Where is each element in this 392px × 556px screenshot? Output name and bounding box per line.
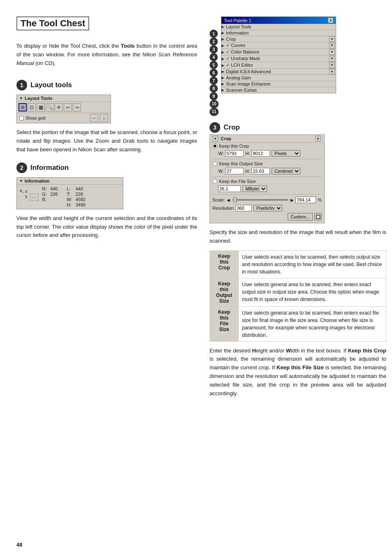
- tool-btn-select[interactable]: ⊡: [28, 103, 36, 111]
- w-value: 4582: [76, 197, 85, 202]
- tp-arrow-layout: ▶: [221, 25, 224, 29]
- num-indicator-5: 5: [210, 61, 219, 69]
- ktfs-key: Keep this File Size: [210, 306, 239, 341]
- tool-btn-zoom[interactable]: 🔍: [46, 103, 54, 111]
- crop-radio1-row: Keep this Crop: [210, 143, 324, 149]
- num-indicator-6: 6: [210, 69, 219, 76]
- crop-filesize-input[interactable]: [218, 185, 241, 192]
- section1-body: Select the portion of the image that wil…: [16, 128, 197, 154]
- crop-radio2[interactable]: [212, 161, 217, 166]
- tp-row-colorbal[interactable]: ▶ ✓ Color Balance ▼: [221, 49, 336, 56]
- tp-row-lch[interactable]: ▶ ✓ LCH Editor ▼: [221, 62, 336, 69]
- scale-min-icon: ◀: [227, 198, 230, 202]
- tool-btn-crosshair[interactable]: ✛: [55, 103, 63, 111]
- tp-row-crop[interactable]: ▶ Crop ▼: [221, 36, 336, 42]
- table-row-ktfs: Keep this File Size User selects general…: [210, 306, 386, 341]
- tp-row-extras[interactable]: ▶ Scanner Extras: [221, 87, 336, 93]
- tp-row-dice[interactable]: ▶ Digital ICE4 Advanced ▼: [221, 69, 336, 75]
- custom-btn-row: Custom... 🔲: [210, 212, 324, 221]
- resolution-row: Resolution Pixels/Inch Pixels/cm: [210, 204, 324, 212]
- table-row-ktos: Keep this Output Size User selects gener…: [210, 278, 386, 306]
- tp-label-extras: Scanner Extras: [226, 87, 336, 93]
- tp-dropdown-dice[interactable]: ▼: [329, 69, 335, 74]
- selection-icon: ···: [30, 186, 40, 207]
- num-indicator-2: 2: [210, 37, 219, 45]
- crop-panel-title: Crop: [221, 136, 231, 141]
- tp-dropdown-unsharp[interactable]: ▼: [329, 56, 335, 62]
- crop-fileunit-select[interactable]: MBytes KBytes: [242, 185, 267, 192]
- tool-btn-image[interactable]: ⊞: [18, 103, 27, 111]
- tp-arrow-colorbal: ▶: [221, 50, 224, 54]
- crop-divider-3: [212, 194, 322, 195]
- tp-label-layout: Layout Tools: [226, 24, 336, 30]
- h-value: 3490: [76, 202, 85, 207]
- num-indicator-8: 8: [210, 84, 219, 92]
- tool-btn-grid[interactable]: ▦: [37, 103, 45, 111]
- ktfs-desc: User selects general area to be scanned,…: [239, 306, 386, 341]
- crop-unit1-select[interactable]: Pixels Centimeters Inches: [272, 150, 300, 157]
- crop-panel-header: ▼ Crop ▼: [210, 135, 324, 143]
- arrow-vert-btn[interactable]: ↕: [100, 114, 108, 122]
- selection-box-icon: ···: [30, 194, 38, 201]
- crop-w1-input[interactable]: [225, 150, 244, 157]
- info-panel-body: ↖ x y ··· R: G: B:: [17, 185, 123, 209]
- resolution-unit-select[interactable]: Pixels/Inch Pixels/cm: [254, 205, 282, 211]
- crop-wh1-row: W: H: Pixels Centimeters Inches: [210, 149, 324, 158]
- crop-filesize-row: MBytes KBytes: [210, 185, 324, 193]
- scale-value-input[interactable]: [295, 197, 316, 203]
- w-label-2: W:: [218, 169, 224, 174]
- crop-h1-input[interactable]: [251, 150, 270, 157]
- num-indicator-9: 9: [210, 92, 219, 100]
- tp-arrow-analog: ▶: [221, 76, 224, 80]
- g-label: G:: [42, 192, 47, 197]
- tp-title-bar: Tool Palette 1 ✕: [221, 17, 336, 24]
- layout-tools-header: ▼ Layout Tools: [17, 95, 111, 102]
- tp-dropdown-lch[interactable]: ▼: [329, 63, 335, 68]
- crop-radio3[interactable]: [212, 179, 217, 184]
- show-grid-checkbox[interactable]: [19, 116, 24, 120]
- tp-numbers: 1 2 3 4 5 6: [210, 21, 219, 116]
- tool-btn-undo[interactable]: ↩: [64, 103, 72, 111]
- specify-text: Specify the size and resolution of the i…: [210, 228, 386, 246]
- crop-w2-input[interactable]: [225, 168, 244, 174]
- crop-h2-input[interactable]: [251, 168, 270, 174]
- scale-track[interactable]: [233, 199, 288, 201]
- tp-close-btn[interactable]: ✕: [328, 18, 333, 23]
- tp-dropdown-curves[interactable]: ▼: [329, 43, 335, 49]
- tp-dropdown-crop[interactable]: ▼: [329, 36, 335, 42]
- t-label: T:: [67, 192, 72, 197]
- tp-row-layout[interactable]: ▶ Layout Tools: [221, 24, 336, 30]
- custom-icon-btn[interactable]: 🔲: [314, 213, 322, 220]
- ktc-desc: User selects exact area to be scanned, t…: [239, 250, 386, 278]
- section2-header: 2 Information: [16, 162, 197, 173]
- info-panel-header: ▼ Information: [17, 178, 123, 185]
- tp-dropdown-colorbal[interactable]: ▼: [329, 49, 335, 55]
- custom-btn[interactable]: Custom...: [288, 213, 313, 220]
- crop-radio1[interactable]: [212, 144, 217, 148]
- crop-wh2-row: W: H: Centimeters Pixels Inches: [210, 167, 324, 175]
- tool-btn-redo[interactable]: ↪: [73, 103, 81, 111]
- tp-row-unsharp[interactable]: ▶ ✓ Unsharp Mask ▼: [221, 56, 336, 62]
- tp-row-curves[interactable]: ▶ ✓ Curves ▼: [221, 42, 336, 49]
- tp-arrow-extras: ▶: [221, 88, 224, 92]
- tool-palette-panel: Tool Palette 1 ✕ ▶ Layout Tools ▶ Inform…: [221, 16, 336, 93]
- tp-row-analog[interactable]: ▶ Analog Gain: [221, 75, 336, 81]
- crop-panel-right-dropdown[interactable]: ▼: [315, 136, 321, 141]
- num-indicator-11: 11: [210, 108, 219, 116]
- tp-label-unsharp: ✓ Unsharp Mask: [226, 56, 329, 62]
- crop-info-table: Keep this Crop User selects exact area t…: [210, 250, 386, 342]
- tp-title: Tool Palette 1: [224, 18, 251, 23]
- crop-unit2-select[interactable]: Centimeters Pixels Inches: [272, 168, 300, 174]
- tp-row-info[interactable]: ▶ Information: [221, 30, 336, 36]
- arrow-horiz-btn[interactable]: ↔: [90, 114, 98, 122]
- scale-thumb[interactable]: [233, 197, 237, 202]
- h-label-1: H:: [245, 151, 250, 156]
- crop-panel-dropdown[interactable]: ▼: [212, 136, 218, 141]
- tp-row-sie[interactable]: ▶ Scan Image Enhancer: [221, 81, 336, 87]
- r-value: 440: [50, 186, 58, 191]
- layout-tools-label: Layout Tools: [25, 96, 53, 101]
- section3-num: 3: [210, 122, 220, 133]
- resolution-value-input[interactable]: [235, 205, 252, 211]
- section2-num: 2: [16, 162, 27, 173]
- crop-radio2-row: Keep this Output Size: [210, 160, 324, 167]
